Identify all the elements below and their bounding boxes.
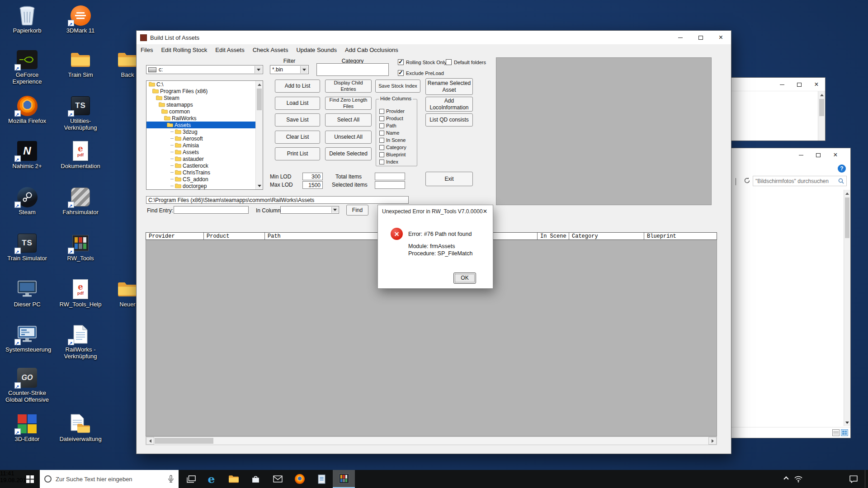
checkbox-icon[interactable]: [398, 59, 404, 65]
menu-add-cab-occlusions[interactable]: Add Cab Occlusions: [341, 44, 402, 55]
maximize-button[interactable]: [690, 31, 711, 44]
desktop-icon-utilities[interactable]: TS Utilities-Verknüpfung: [59, 95, 102, 131]
tree-item-selected[interactable]: Assets: [146, 122, 256, 128]
explorer-search-box[interactable]: "Bildschirmfotos" durchsuchen: [753, 176, 847, 186]
maximize-button[interactable]: [791, 78, 808, 91]
hide-column-in-scene-checkbox[interactable]: In Scene: [379, 136, 417, 144]
desktop-icon-train-sim-folder[interactable]: Train Sim: [59, 49, 102, 79]
desktop-icon-3d-editor[interactable]: 3D-Editor: [5, 413, 49, 443]
default-folders-checkbox[interactable]: Default folders: [446, 59, 486, 65]
scroll-down-icon[interactable]: [844, 419, 850, 426]
min-lod-input[interactable]: 300: [302, 173, 323, 180]
menu-edit-rolling-stock[interactable]: Edit Rolling Stock: [157, 44, 211, 55]
selected-items-input[interactable]: [375, 181, 405, 189]
menu-edit-assets[interactable]: Edit Assets: [211, 44, 248, 55]
checkbox-icon[interactable]: [379, 152, 384, 157]
desktop-icon-steam[interactable]: Steam: [5, 186, 49, 216]
desktop-icon-mozilla-firefox[interactable]: Mozilla Firefox: [5, 95, 49, 125]
hide-column-blueprint-checkbox[interactable]: Blueprint: [379, 151, 417, 158]
taskbar-rwtools-button[interactable]: [333, 470, 355, 488]
find-entry-input[interactable]: [174, 206, 249, 214]
checkbox-icon[interactable]: [379, 145, 384, 150]
scrollbar-thumb[interactable]: [155, 438, 213, 444]
checkbox-icon[interactable]: [379, 160, 384, 164]
checkbox-icon[interactable]: [446, 59, 452, 65]
column-header-provider[interactable]: Provider: [146, 233, 204, 239]
desktop-icon-systemsteuerung[interactable]: Systemsteuerung: [5, 324, 49, 353]
tree-item[interactable]: Program Files (x86): [146, 88, 256, 94]
taskbar-edge-button[interactable]: e: [200, 470, 222, 488]
help-button[interactable]: ?: [838, 164, 846, 173]
category-input[interactable]: [316, 63, 389, 76]
find-zero-length-files-button[interactable]: Find Zero Length Files: [325, 97, 372, 110]
menu-check-assets[interactable]: Check Assets: [249, 44, 292, 55]
desktop-icon-fahrsimulator[interactable]: Fahrsimulator: [59, 186, 102, 216]
drive-combobox[interactable]: c:: [146, 65, 263, 74]
desktop-icon-geforce-experience[interactable]: GeForce Experience: [5, 49, 49, 85]
rename-selected-asset-button[interactable]: Rename Selected Asset: [425, 78, 473, 95]
desktop-icon-dieser-pc[interactable]: Dieser PC: [5, 278, 49, 308]
taskbar-explorer-button[interactable]: [222, 470, 245, 488]
scrollbar[interactable]: [818, 91, 825, 141]
minimize-button[interactable]: [793, 148, 810, 162]
clear-list-button[interactable]: Clear List: [275, 131, 320, 144]
delete-selected-button[interactable]: Delete Selected: [325, 147, 372, 160]
tree-item[interactable]: RailWorks: [146, 115, 256, 122]
minimize-button[interactable]: [774, 78, 791, 91]
exit-button[interactable]: Exit: [425, 172, 473, 186]
background-window-titlebar[interactable]: ×: [724, 78, 825, 91]
tree-item[interactable]: Assets: [146, 149, 256, 155]
tree-item[interactable]: Aerosoft: [146, 135, 256, 142]
scroll-down-icon[interactable]: [256, 182, 263, 189]
unselect-all-button[interactable]: Unselect All: [325, 131, 372, 144]
exclude-preload-checkbox[interactable]: Exclude PreLoad: [398, 70, 444, 76]
tray-expand-button[interactable]: [780, 470, 792, 488]
dropdown-arrow-icon[interactable]: [255, 66, 262, 73]
tree-item[interactable]: C:\: [146, 81, 256, 88]
desktop-icon-nahimic[interactable]: N Nahimic 2+: [5, 140, 49, 170]
checkbox-icon[interactable]: [379, 138, 384, 143]
desktop-icon-dateiverwaltung[interactable]: Dateiverwaltung: [59, 413, 102, 443]
load-list-button[interactable]: Load List: [275, 97, 320, 110]
add-to-list-button[interactable]: Add to List: [275, 80, 320, 93]
tree-item[interactable]: Steam: [146, 94, 256, 101]
filter-combobox[interactable]: *.bin: [270, 65, 309, 74]
desktop-icon-papierkorb[interactable]: Papierkorb: [5, 5, 49, 34]
tree-scrollbar[interactable]: [255, 81, 263, 189]
max-lod-input[interactable]: 1500: [302, 181, 323, 189]
tree-item[interactable]: ChrisTrains: [146, 169, 256, 176]
scrollbar-thumb[interactable]: [257, 89, 262, 110]
save-stock-index-button[interactable]: Save Stock Index: [375, 80, 420, 93]
column-header-category[interactable]: Category: [569, 233, 644, 239]
close-button[interactable]: ×: [477, 205, 493, 218]
desktop-icon-3dmark[interactable]: 3DMark 11: [59, 5, 102, 34]
scroll-up-icon[interactable]: [844, 190, 850, 197]
scrollbar[interactable]: [844, 190, 850, 426]
in-column-combobox[interactable]: [280, 206, 339, 214]
tree-item[interactable]: 3dzug: [146, 128, 256, 135]
background-window-top[interactable]: ×: [723, 77, 826, 141]
desktop-icon-train-simulator[interactable]: TS Train Simulator: [5, 232, 49, 262]
desktop-icon-railworks[interactable]: RailWorks - Verknüpfung: [59, 324, 102, 360]
tree-item[interactable]: steamapps: [146, 101, 256, 108]
close-button[interactable]: ×: [711, 31, 731, 44]
hide-column-index-checkbox[interactable]: Index: [379, 158, 417, 165]
save-list-button[interactable]: Save List: [275, 113, 320, 127]
task-view-button[interactable]: [180, 470, 202, 488]
close-button[interactable]: ×: [827, 148, 844, 162]
hide-column-provider-checkbox[interactable]: Provider: [379, 108, 417, 115]
desktop-icon-dokumentation[interactable]: epdf Dokumentation: [59, 140, 102, 170]
hide-column-path-checkbox[interactable]: Path: [379, 122, 417, 129]
taskbar-store-button[interactable]: [245, 470, 267, 488]
total-items-input[interactable]: [375, 173, 405, 180]
column-header-blueprint[interactable]: Blueprint: [644, 233, 717, 239]
scrollbar-thumb[interactable]: [819, 99, 824, 116]
close-button[interactable]: ×: [808, 78, 825, 91]
chevron-down-icon[interactable]: [736, 178, 736, 185]
action-center-button[interactable]: [846, 470, 861, 488]
scroll-up-icon[interactable]: [256, 81, 263, 88]
minimize-button[interactable]: [670, 31, 690, 44]
tray-network-button[interactable]: [792, 470, 805, 488]
taskbar-firefox-button[interactable]: [288, 470, 311, 488]
checkbox-icon[interactable]: [379, 116, 384, 121]
